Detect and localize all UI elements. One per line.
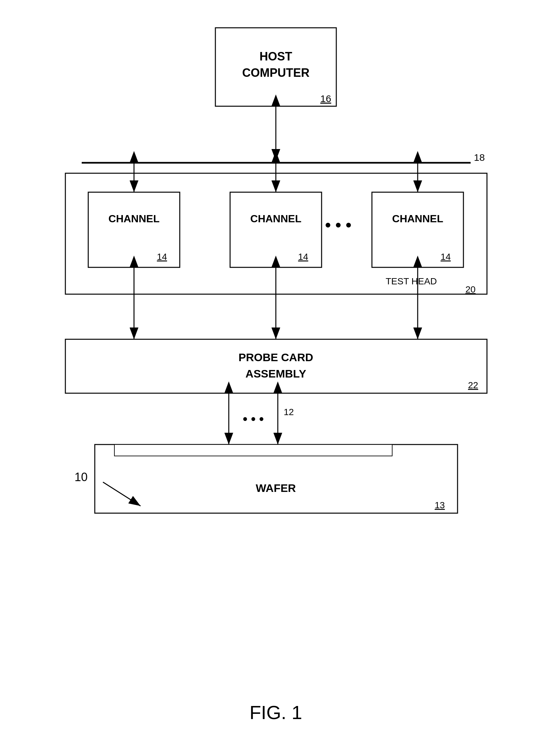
diagram-container: HOST COMPUTER 16 18 TEST HEAD 20 CHANNEL… [0,0,552,756]
